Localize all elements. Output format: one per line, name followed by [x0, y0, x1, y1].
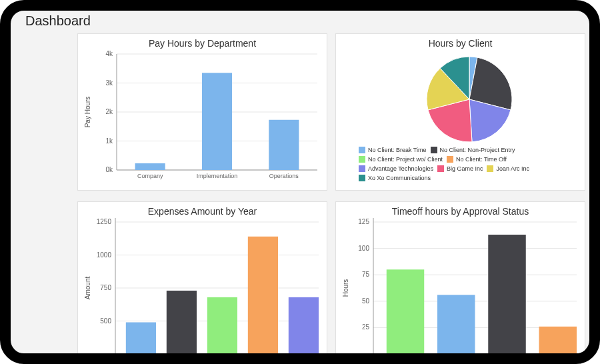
svg-rect-12	[135, 163, 165, 170]
svg-text:1000: 1000	[97, 251, 112, 259]
svg-text:125: 125	[358, 218, 369, 225]
chart-title: Pay Hours by Department	[78, 34, 327, 50]
legend-swatch	[431, 147, 437, 153]
legend-item: No Client: Project wo/ Client	[359, 155, 443, 163]
legend-label: Joan Arc Inc	[496, 165, 529, 173]
legend-swatch	[359, 156, 365, 163]
svg-rect-29	[167, 291, 197, 354]
legend-item: Joan Arc Inc	[487, 165, 529, 173]
svg-text:4k: 4k	[105, 50, 113, 57]
card-expenses-by-year: Expenses Amount by Year 50075010001250Am…	[77, 201, 327, 359]
legend-item: No Client: Time Off	[447, 155, 507, 163]
chart-title: Timeoff hours by Approval Status	[336, 202, 585, 218]
svg-text:25: 25	[362, 323, 370, 331]
legend-item: No Client: Break Time	[359, 146, 427, 154]
legend-item: Xo Xo Communications	[359, 174, 431, 182]
legend-item: No Client: Non-Project Entry	[431, 146, 515, 154]
svg-text:Company: Company	[137, 173, 163, 179]
legend-swatch	[359, 165, 365, 172]
svg-rect-31	[248, 237, 278, 354]
legend-item: Advantage Technologies	[359, 165, 433, 173]
svg-text:Hours: Hours	[342, 279, 349, 297]
card-timeoff-status: Timeoff hours by Approval Status 2550751…	[335, 201, 585, 359]
svg-rect-32	[289, 297, 319, 354]
chart-hours-by-client	[336, 50, 585, 143]
svg-text:Operations: Operations	[269, 173, 299, 179]
legend-label: No Client: Non-Project Entry	[440, 146, 515, 154]
legend-label: Xo Xo Communications	[368, 174, 431, 182]
svg-text:0k: 0k	[105, 166, 113, 173]
svg-text:2k: 2k	[105, 108, 113, 115]
svg-rect-14	[202, 73, 232, 170]
chart-timeoff-status: 255075100125Hours	[336, 218, 585, 358]
svg-rect-30	[207, 297, 237, 354]
svg-text:3k: 3k	[105, 79, 113, 87]
chart-title: Expenses Amount by Year	[78, 202, 327, 218]
card-pay-hours-dept: Pay Hours by Department 0k1k2k3k4kCompan…	[77, 33, 327, 191]
svg-rect-47	[488, 235, 525, 354]
svg-text:750: 750	[100, 284, 111, 291]
legend-label: No Client: Time Off	[456, 155, 507, 163]
legend-label: No Client: Break Time	[368, 146, 427, 154]
chart-pay-hours-dept: 0k1k2k3k4kCompanyImplementationOperation…	[78, 50, 327, 190]
svg-rect-45	[387, 269, 424, 354]
legend-hours-by-client: No Client: Break TimeNo Client: Non-Proj…	[336, 143, 585, 186]
legend-swatch	[359, 147, 365, 153]
svg-text:1k: 1k	[105, 137, 113, 145]
card-hours-by-client: Hours by Client No Client: Break TimeNo …	[335, 33, 585, 191]
svg-text:1250: 1250	[97, 218, 112, 225]
chart-expenses-by-year: 50075010001250Amount	[78, 218, 327, 358]
svg-text:75: 75	[362, 271, 370, 278]
svg-text:500: 500	[100, 317, 111, 325]
svg-text:Amount: Amount	[84, 277, 91, 300]
tablet-frame: Dashboard Pay Hours by Department 0k1k2k…	[0, 0, 600, 364]
page-title: Dashboard	[25, 13, 91, 29]
legend-label: No Client: Project wo/ Client	[368, 155, 443, 163]
legend-label: Big Game Inc	[447, 165, 483, 173]
svg-text:50: 50	[362, 297, 370, 305]
legend-label: Advantage Technologies	[368, 165, 433, 173]
svg-text:Pay Hours: Pay Hours	[84, 97, 91, 128]
svg-text:100: 100	[358, 245, 369, 252]
dashboard-grid: Pay Hours by Department 0k1k2k3k4kCompan…	[77, 33, 569, 353]
legend-swatch	[487, 165, 493, 172]
legend-swatch	[359, 175, 365, 181]
svg-rect-16	[269, 120, 299, 170]
svg-rect-48	[539, 327, 577, 354]
svg-rect-28	[126, 322, 156, 354]
chart-title: Hours by Client	[336, 34, 585, 50]
legend-swatch	[437, 165, 444, 172]
legend-item: Big Game Inc	[437, 165, 483, 173]
svg-text:Implementation: Implementation	[197, 173, 238, 179]
legend-swatch	[447, 156, 453, 163]
svg-rect-46	[437, 295, 475, 354]
